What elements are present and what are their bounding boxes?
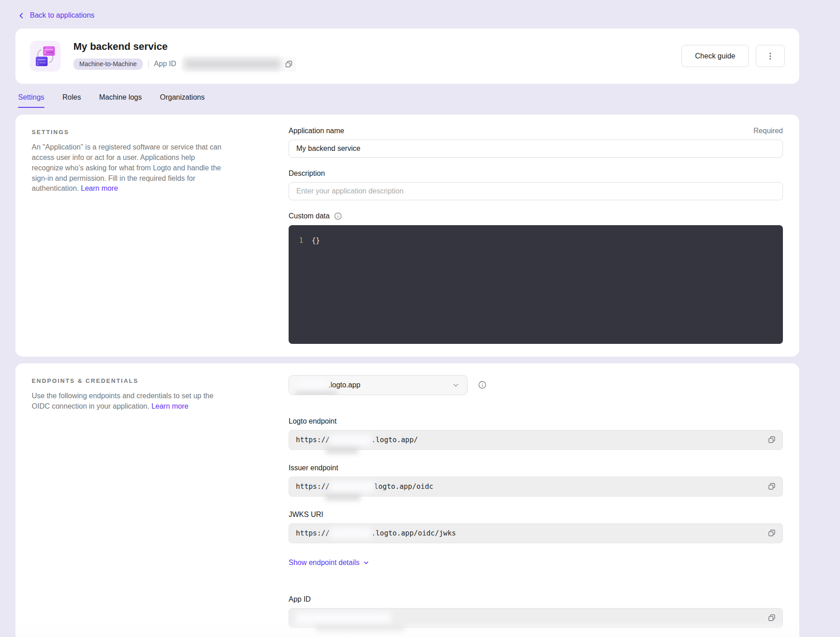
logto-endpoint-prefix: https://: [296, 436, 330, 444]
jwks-uri-row: JWKS URI https:// .logto.app/oidc/jwks: [289, 510, 783, 543]
description-row: Description: [289, 169, 783, 200]
tab-roles[interactable]: Roles: [63, 93, 81, 108]
app-id-value-box: [182, 57, 296, 72]
application-detail-page: Back to applications: [0, 0, 840, 637]
domain-select-value: .logto.app: [328, 381, 360, 389]
application-name-row: Application name Required: [289, 126, 783, 158]
kebab-menu-icon: [766, 52, 774, 61]
custom-data-code-editor[interactable]: 1 {}: [289, 225, 783, 344]
app-id-field-label: App ID: [289, 595, 311, 603]
jwks-uri-field: https:// .logto.app/oidc/jwks: [289, 523, 783, 543]
copy-icon[interactable]: [768, 483, 776, 490]
code-line-number: 1: [299, 236, 312, 245]
back-to-applications-link[interactable]: Back to applications: [18, 11, 94, 19]
endpoints-form-column: .logto.app Logto endpoint: [289, 375, 783, 637]
endpoints-section-description: Use the following endpoints and credenti…: [32, 391, 222, 412]
copy-icon[interactable]: [285, 60, 293, 68]
endpoints-learn-more-link[interactable]: Learn more: [151, 402, 188, 410]
settings-section-title: SETTINGS: [32, 129, 222, 135]
chevron-down-icon: [363, 560, 369, 566]
application-name-input[interactable]: [289, 140, 783, 158]
application-type-badge: Machine-to-Machine: [73, 58, 143, 70]
description-label: Description: [289, 169, 325, 178]
logto-endpoint-redacted: [330, 434, 372, 445]
app-id-redacted-value: [184, 59, 280, 69]
settings-card: SETTINGS An "Application" is a registere…: [15, 115, 799, 357]
chevron-down-icon: [452, 381, 459, 389]
application-header-card: My backend service Machine-to-Machine Ap…: [15, 29, 799, 84]
domain-redacted-prefix: [297, 381, 328, 390]
issuer-endpoint-redacted: [330, 481, 374, 492]
copy-icon[interactable]: [768, 436, 776, 444]
tab-bar: Settings Roles Machine logs Organization…: [18, 93, 840, 108]
endpoints-description-column: ENDPOINTS & CREDENTIALS Use the followin…: [32, 375, 222, 412]
settings-description-text: An "Application" is a registered softwar…: [32, 143, 222, 193]
jwks-uri-suffix: .logto.app/oidc/jwks: [372, 529, 456, 537]
endpoints-section-title: ENDPOINTS & CREDENTIALS: [32, 377, 222, 384]
check-guide-button[interactable]: Check guide: [681, 45, 749, 67]
show-endpoint-details-link[interactable]: Show endpoint details: [289, 559, 369, 567]
jwks-uri-prefix: https://: [296, 529, 330, 537]
custom-data-row: Custom data 1 {}: [289, 212, 783, 344]
logto-endpoint-suffix: .logto.app/: [372, 436, 418, 444]
settings-form-column: Application name Required Description Cu…: [289, 126, 783, 344]
tab-organizations[interactable]: Organizations: [160, 93, 205, 108]
app-id-field: [289, 608, 783, 628]
issuer-endpoint-label: Issuer endpoint: [289, 464, 338, 472]
application-title: My backend service: [73, 41, 296, 53]
copy-icon[interactable]: [768, 614, 776, 622]
machine-to-machine-icon: [30, 41, 61, 72]
jwks-uri-label: JWKS URI: [289, 511, 323, 519]
required-hint: Required: [753, 127, 783, 135]
issuer-endpoint-prefix: https://: [296, 483, 330, 491]
meta-divider: [148, 59, 149, 68]
logto-endpoint-row: Logto endpoint https:// .logto.app/: [289, 417, 783, 450]
settings-description-column: SETTINGS An "Application" is a registere…: [32, 126, 222, 194]
info-circle-icon[interactable]: [334, 212, 342, 220]
tab-settings[interactable]: Settings: [18, 93, 44, 108]
custom-data-label: Custom data: [289, 212, 330, 220]
header-actions: Check guide: [681, 45, 785, 67]
chevron-left-icon: [18, 12, 25, 19]
tab-machine-logs[interactable]: Machine logs: [99, 93, 142, 108]
app-id-row: App ID: [289, 595, 783, 628]
issuer-endpoint-row: Issuer endpoint https:// logto.app/oidc: [289, 463, 783, 497]
app-id-label: App ID: [154, 60, 176, 68]
more-actions-button[interactable]: [756, 45, 785, 67]
info-circle-icon[interactable]: [478, 381, 487, 389]
copy-icon[interactable]: [768, 529, 776, 537]
application-name-label: Application name: [289, 127, 344, 135]
description-input[interactable]: [289, 182, 783, 200]
settings-section-description: An "Application" is a registered softwar…: [32, 142, 222, 194]
endpoints-credentials-card: ENDPOINTS & CREDENTIALS Use the followin…: [15, 363, 799, 637]
issuer-endpoint-suffix: logto.app/oidc: [374, 483, 434, 491]
settings-learn-more-link[interactable]: Learn more: [81, 184, 118, 192]
back-link-label: Back to applications: [30, 11, 94, 19]
application-header-info: My backend service Machine-to-Machine Ap…: [73, 41, 296, 72]
domain-select[interactable]: .logto.app: [289, 375, 468, 395]
app-id-redacted: [296, 612, 391, 624]
details-link-label: Show endpoint details: [289, 559, 360, 567]
issuer-endpoint-field: https:// logto.app/oidc: [289, 477, 783, 497]
code-content: {}: [312, 236, 320, 245]
logto-endpoint-field: https:// .logto.app/: [289, 430, 783, 450]
jwks-uri-redacted: [330, 528, 372, 539]
application-meta-row: Machine-to-Machine App ID: [73, 57, 296, 72]
logto-endpoint-label: Logto endpoint: [289, 417, 337, 425]
domain-select-row: .logto.app: [289, 375, 783, 395]
